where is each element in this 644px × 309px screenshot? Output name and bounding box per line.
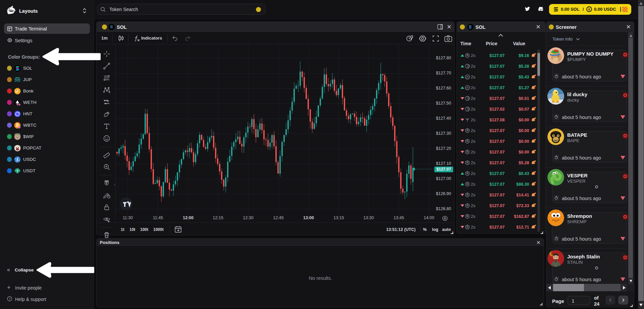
svg-text:$: $	[16, 157, 18, 161]
svg-text:$: $	[588, 7, 590, 11]
svg-text:T: T	[16, 169, 18, 172]
svg-text:₿: ₿	[16, 123, 19, 127]
svg-text:?: ?	[9, 297, 10, 301]
